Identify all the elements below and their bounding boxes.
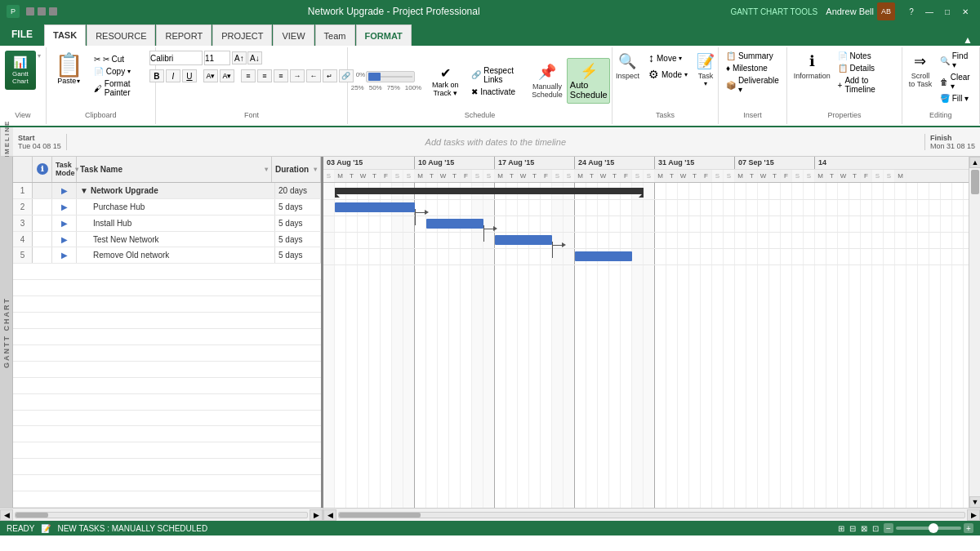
tab-view[interactable]: VIEW — [273, 24, 314, 46]
vertical-scrollbar[interactable]: ▲ ▼ — [969, 157, 980, 508]
tab-resource[interactable]: RESOURCE — [87, 24, 155, 46]
gantt-scroll-right-btn[interactable]: ▶ — [967, 509, 980, 521]
milestone-button[interactable]: ♦Milestone — [724, 63, 770, 73]
table-row[interactable]: 4 ▶ Test New Network 5 days — [13, 232, 321, 248]
copy-button[interactable]: 📄Copy▾ — [91, 66, 150, 77]
format-painter-button[interactable]: 🖌Format Painter — [91, 78, 150, 98]
table-row-empty[interactable] — [13, 442, 321, 459]
restore-button[interactable]: □ — [939, 4, 956, 19]
task-name-cell[interactable]: Test New Network — [77, 232, 275, 247]
table-row-empty[interactable] — [13, 362, 321, 378]
close-button[interactable]: ✕ — [957, 4, 973, 19]
table-row-empty[interactable] — [13, 411, 321, 427]
table-row-empty[interactable] — [13, 345, 321, 362]
zoom-minus-button[interactable]: − — [884, 523, 893, 533]
zoom-plus-button[interactable]: + — [964, 523, 973, 533]
underline-button[interactable]: U — [182, 69, 197, 82]
view-icon-1[interactable]: ⊞ — [838, 524, 844, 533]
quick-access-save[interactable] — [26, 7, 34, 16]
quick-access-redo[interactable] — [49, 7, 57, 16]
table-row-empty[interactable] — [13, 280, 321, 296]
scroll-to-task-button[interactable]: ⇒ Scrollto Task — [906, 51, 934, 90]
italic-button[interactable]: I — [166, 69, 180, 82]
mode-button[interactable]: ⚙Mode▾ — [646, 67, 690, 82]
notes-button[interactable]: 📄Notes — [835, 51, 897, 61]
task-name-cell[interactable]: Install Hub — [77, 216, 275, 231]
h-scroll-thumb-left[interactable] — [16, 513, 48, 518]
table-row-empty[interactable] — [13, 475, 321, 491]
clear-button[interactable]: 🗑Clear ▾ — [938, 72, 975, 91]
ribbon-collapse-btn[interactable]: ▲ — [956, 34, 980, 46]
task-button[interactable]: 📝 Task ▾ — [693, 51, 718, 89]
fill-button[interactable]: 🪣Fill ▾ — [938, 93, 975, 104]
indent-button[interactable]: → — [290, 69, 305, 82]
table-row-empty[interactable] — [13, 491, 321, 508]
gantt-scroll-left-btn[interactable]: ◀ — [323, 509, 336, 521]
file-tab[interactable]: FILE — [0, 23, 44, 46]
table-row-empty[interactable] — [13, 426, 321, 442]
decrease-font-button[interactable]: A↓ — [247, 51, 262, 64]
table-row-empty[interactable] — [13, 313, 321, 329]
auto-schedule-button[interactable]: ⚡ AutoSchedule — [567, 58, 610, 104]
table-row[interactable]: 5 ▶ Remove Old network 5 days — [13, 247, 321, 264]
tab-format[interactable]: FORMAT — [356, 24, 412, 46]
scroll-left-btn[interactable]: ◀ — [0, 509, 13, 521]
mark-on-track-button[interactable]: ✔ Mark onTrack ▾ — [425, 62, 466, 100]
inspect-button[interactable]: 🔍 Inspect — [612, 51, 643, 82]
respect-links-button[interactable]: 🔗Respect Links — [469, 65, 528, 85]
cut-button[interactable]: ✂✂ Cut — [91, 54, 150, 64]
increase-font-button[interactable]: A↑ — [232, 51, 247, 64]
table-row-empty[interactable] — [13, 329, 321, 345]
tab-team[interactable]: Team — [315, 24, 355, 46]
view-icon-4[interactable]: ⊡ — [872, 524, 879, 533]
gantt-chart-button[interactable]: 📊 GanttChart — [5, 51, 36, 90]
align-center-button[interactable]: ≡ — [257, 69, 272, 82]
help-button[interactable]: ? — [903, 4, 920, 19]
find-button[interactable]: 🔍Find ▾ — [938, 51, 975, 70]
quick-access-undo[interactable] — [38, 7, 46, 16]
font-color-button[interactable]: A▾ — [220, 69, 234, 82]
information-button[interactable]: ℹ Information — [792, 51, 831, 82]
duration-header[interactable]: Duration ▾ — [272, 157, 321, 182]
highlight-color-button[interactable]: A▾ — [203, 69, 218, 82]
tab-report[interactable]: REPORT — [156, 24, 212, 46]
align-right-button[interactable]: ≡ — [274, 69, 288, 82]
table-row-empty[interactable] — [13, 296, 321, 313]
deliverable-button[interactable]: 📦Deliverable ▾ — [724, 75, 782, 95]
task-name-cell[interactable]: ▼ Network Upgrade — [77, 183, 275, 198]
duration-sort[interactable]: ▾ — [314, 166, 317, 173]
table-row-empty[interactable] — [13, 459, 321, 475]
minimize-button[interactable]: — — [921, 4, 938, 19]
task-name-cell[interactable]: Remove Old network — [77, 247, 275, 263]
manually-schedule-button[interactable]: 📌 ManuallySchedule — [531, 61, 564, 100]
move-button[interactable]: ↕Move▾ — [646, 51, 690, 65]
align-left-button[interactable]: ≡ — [241, 69, 256, 82]
task-name-cell[interactable]: Purchase Hub — [77, 199, 275, 215]
table-row-empty[interactable] — [13, 378, 321, 394]
scroll-right-btn[interactable]: ▶ — [310, 509, 323, 521]
view-icon-3[interactable]: ⊠ — [861, 524, 867, 533]
task-name-header[interactable]: Task Name ▾ — [77, 157, 272, 182]
tab-project[interactable]: PROJECT — [212, 24, 272, 46]
font-size-input[interactable] — [204, 51, 230, 65]
table-row-empty[interactable] — [13, 264, 321, 280]
view-icon-2[interactable]: ⊟ — [849, 524, 856, 533]
inactivate-button[interactable]: ✖Inactivate — [469, 87, 528, 97]
table-row[interactable]: 1 ▶ ▼ Network Upgrade 20 days — [13, 183, 321, 199]
wrap-button[interactable]: ↵ — [323, 69, 337, 82]
bold-button[interactable]: B — [149, 69, 164, 82]
zoom-track[interactable] — [896, 527, 961, 530]
table-row[interactable]: 3 ▶ Install Hub 5 days — [13, 216, 321, 232]
zoom-slider[interactable]: − + — [884, 523, 973, 533]
table-row[interactable]: 2 ▶ Purchase Hub 5 days — [13, 199, 321, 216]
zoom-handle[interactable] — [929, 523, 938, 533]
task-name-sort[interactable]: ▾ — [265, 166, 268, 173]
paste-button[interactable]: 📋 Paste ▾ — [50, 51, 88, 111]
details-button[interactable]: 📋Details — [835, 63, 897, 73]
summary-button[interactable]: 📋Summary — [724, 51, 776, 61]
table-row-empty[interactable] — [13, 394, 321, 411]
add-to-timeline-button[interactable]: +Add to Timeline — [835, 75, 897, 95]
gantt-h-scroll-thumb[interactable] — [339, 513, 421, 518]
font-name-input[interactable] — [149, 51, 203, 65]
outdent-button[interactable]: ← — [306, 69, 321, 82]
